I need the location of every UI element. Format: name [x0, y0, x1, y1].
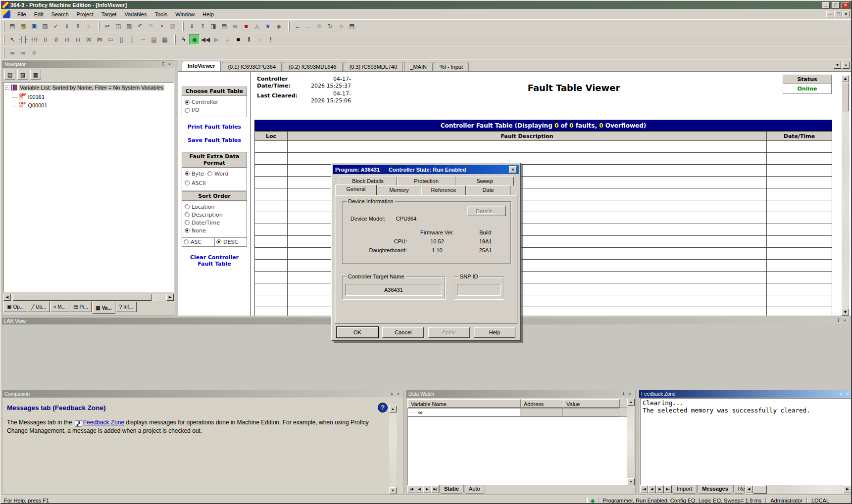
- rewind-icon[interactable]: ◀◀: [200, 34, 211, 45]
- negated-coil-tool-icon[interactable]: (/): [50, 34, 61, 45]
- power-cycle-icon[interactable]: ◌: [254, 34, 265, 45]
- close-icon[interactable]: ×: [844, 391, 851, 397]
- stop-icon[interactable]: ■: [233, 34, 244, 45]
- mdi-minimize-button[interactable]: —: [826, 11, 834, 17]
- tree-item-i00161[interactable]: GEF⊓I00161: [12, 92, 173, 100]
- scroll-right-icon[interactable]: ▶: [166, 294, 174, 301]
- open-project-icon[interactable]: ▦: [18, 21, 29, 32]
- scroll-down-icon[interactable]: ▼: [842, 309, 849, 316]
- scroll-track[interactable]: [767, 485, 844, 494]
- download-run-icon[interactable]: ⇓: [222, 34, 233, 45]
- help-button[interactable]: Help: [474, 327, 515, 338]
- address-cell[interactable]: [520, 408, 563, 416]
- close-button[interactable]: ×: [842, 2, 850, 8]
- export-file-icon[interactable]: ⇑: [72, 21, 83, 32]
- next-tab-icon[interactable]: ▶: [423, 485, 431, 493]
- sort-option-date-time[interactable]: Date/Time: [185, 220, 244, 226]
- minimize-button[interactable]: _: [822, 2, 830, 8]
- coil-tool-icon[interactable]: ( ): [40, 34, 50, 45]
- set-coil-icon[interactable]: (S): [83, 34, 94, 45]
- forward-icon[interactable]: →: [303, 21, 314, 32]
- ok-button[interactable]: OK: [337, 327, 378, 338]
- help-books-icon[interactable]: ◈: [273, 21, 284, 32]
- scroll-track[interactable]: [11, 294, 166, 301]
- network-icon[interactable]: ◬: [251, 21, 262, 32]
- infoviewer-vertical-scrollbar[interactable]: ▲ ▼: [842, 75, 850, 316]
- data-watch-vertical-scrollbar[interactable]: ▲ ▼: [627, 399, 634, 485]
- order-option-asc[interactable]: ASC: [182, 238, 214, 246]
- contact-tool-icon[interactable]: ┤├: [18, 34, 29, 45]
- back-icon[interactable]: ←: [292, 21, 303, 32]
- horizontal-wire-icon[interactable]: ─: [138, 34, 149, 45]
- details-button[interactable]: Details...: [467, 206, 506, 216]
- toolbar-grip[interactable]: [3, 22, 4, 31]
- toolbar-grip[interactable]: [3, 48, 4, 58]
- online-lightning-icon[interactable]: ϟ: [178, 34, 189, 45]
- scroll-left-icon[interactable]: ◀: [745, 485, 753, 493]
- pin-icon[interactable]: ↧: [160, 62, 166, 68]
- last-tab-icon[interactable]: ▶|: [664, 485, 672, 493]
- navigator-tab-m[interactable]: ¤M...: [50, 302, 69, 312]
- menu-item-window[interactable]: Window: [171, 10, 199, 19]
- scroll-right-icon[interactable]: ▶: [844, 485, 852, 493]
- validity-check-icon[interactable]: ✓: [50, 21, 61, 32]
- restore-button[interactable]: □: [832, 2, 840, 8]
- pointer-tool-icon[interactable]: ↖: [7, 34, 18, 45]
- new-cam-report-icon[interactable]: ▤: [7, 21, 18, 32]
- feedback-tab-messages[interactable]: Messages: [697, 485, 733, 494]
- home-icon[interactable]: ⌂: [336, 21, 347, 32]
- import-file-icon[interactable]: ⇓: [61, 21, 72, 32]
- dialog-tab-date[interactable]: Date: [466, 185, 510, 195]
- scroll-thumb[interactable]: [753, 485, 767, 494]
- print-icon[interactable]: ▥: [40, 21, 50, 32]
- dialog-tab-general[interactable]: General: [335, 184, 377, 195]
- close-icon[interactable]: ×: [395, 391, 401, 397]
- pin-icon[interactable]: ↧: [620, 391, 627, 397]
- reset-coil-icon[interactable]: (R): [94, 34, 105, 45]
- dialog-tab-protection[interactable]: Protection: [397, 177, 455, 185]
- navigator-horizontal-scrollbar[interactable]: ◀ ▶: [3, 293, 174, 301]
- variable-list-root[interactable]: − Variable List: Sorted by Name, Filter …: [5, 84, 173, 92]
- navigator-tab-op[interactable]: ▣Op...: [3, 302, 27, 312]
- toolbar-grip[interactable]: [174, 35, 176, 45]
- order-option-desc[interactable]: DESC: [214, 238, 247, 246]
- help-icon[interactable]: ?: [378, 403, 388, 412]
- delete-icon[interactable]: ×: [156, 21, 167, 32]
- wizards-icon[interactable]: ★: [262, 21, 273, 32]
- mdi-restore-button[interactable]: □: [834, 11, 842, 17]
- scroll-up-icon[interactable]: ▲: [842, 75, 849, 82]
- feedback-horizontal-scrollbar[interactable]: ◀ ▶: [745, 485, 852, 494]
- menu-item-tools[interactable]: Tools: [150, 10, 171, 19]
- companion-vertical-scrollbar[interactable]: ▲ ▼: [389, 406, 397, 494]
- find-icon[interactable]: ∞: [7, 47, 18, 58]
- call-block-icon[interactable]: ▯: [116, 34, 127, 45]
- dialog-tab-memory[interactable]: Memory: [377, 185, 421, 195]
- document-tab-0-1-ic693cpu364[interactable]: (0.1) IC693CPU364: [222, 62, 282, 71]
- close-icon[interactable]: ×: [627, 391, 633, 397]
- redo-icon[interactable]: ↷: [146, 21, 156, 32]
- scroll-left-icon[interactable]: ◀: [3, 294, 11, 301]
- toolbar-grip[interactable]: [182, 22, 184, 31]
- close-icon[interactable]: ×: [166, 62, 173, 68]
- menu-item-variables[interactable]: Variables: [120, 10, 150, 19]
- comment-tool-icon[interactable]: ▤: [149, 34, 159, 45]
- upload-from-target-icon[interactable]: ⇑: [197, 21, 208, 32]
- vertical-wire-icon[interactable]: │: [127, 34, 138, 45]
- dialog-title-bar[interactable]: Program: A36431 Controller State: Run En…: [333, 165, 519, 174]
- format-option-word[interactable]: Word: [207, 171, 228, 177]
- find-next-icon[interactable]: ∞: [18, 47, 29, 58]
- function-block-icon[interactable]: ▭: [105, 34, 116, 45]
- variable-name-cell[interactable]: ····∞: [407, 408, 520, 416]
- tab-close-icon[interactable]: ×: [842, 62, 850, 69]
- tip-of-day-icon[interactable]: ○: [83, 21, 94, 32]
- first-tab-icon[interactable]: |◀: [407, 485, 415, 493]
- toolchest-icon[interactable]: ■: [241, 21, 251, 32]
- undo-icon[interactable]: ↶: [135, 21, 146, 32]
- menu-item-help[interactable]: Help: [199, 10, 218, 19]
- online-toolbar-icon[interactable]: ◨: [208, 21, 219, 32]
- variable-watch-view-icon[interactable]: ▨: [17, 70, 28, 80]
- document-tab-0-3-ic693mdl740[interactable]: (0.3) IC693MDL740: [344, 62, 403, 71]
- report-properties-icon[interactable]: ▤: [219, 21, 230, 32]
- tab-list-dropdown-icon[interactable]: ▼: [834, 62, 841, 69]
- data-watch-column-address[interactable]: Address: [521, 399, 563, 408]
